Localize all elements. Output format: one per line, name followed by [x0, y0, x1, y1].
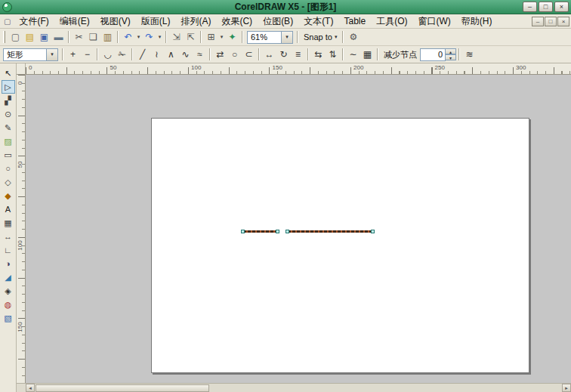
- spin-up-icon[interactable]: ▴: [446, 48, 456, 54]
- fill-tool[interactable]: ◍: [2, 298, 15, 311]
- menu-table[interactable]: Table: [338, 15, 371, 27]
- document-restore-button[interactable]: □: [545, 17, 557, 26]
- preset-combo[interactable]: 矩形▾: [3, 48, 58, 61]
- print-icon[interactable]: ▬: [52, 31, 65, 44]
- menu-text[interactable]: 文本(T): [298, 14, 338, 29]
- minimize-button[interactable]: –: [523, 2, 537, 12]
- ruler-corner[interactable]: [17, 63, 26, 75]
- cut-icon[interactable]: ✂: [73, 31, 85, 44]
- rotate-nodes-icon[interactable]: ↻: [277, 48, 290, 61]
- reverse-direction-icon[interactable]: ⇄: [214, 48, 227, 61]
- vertical-ruler[interactable]: 050100150: [17, 75, 26, 383]
- delete-node-icon[interactable]: −: [81, 48, 94, 61]
- menu-view[interactable]: 视图(V): [95, 14, 136, 29]
- freehand-tool[interactable]: ✎: [2, 121, 15, 134]
- zoom-level-combo[interactable]: 61%▾: [247, 31, 293, 44]
- smart-fill-tool[interactable]: ▨: [2, 134, 15, 148]
- cusp-node-icon[interactable]: ∧: [165, 48, 177, 61]
- menu-file[interactable]: 文件(F): [14, 14, 54, 29]
- crop-tool[interactable]: ▞: [2, 94, 15, 107]
- redo-button[interactable]: ↷▾: [142, 31, 163, 44]
- curve-object-2[interactable]: [286, 230, 374, 233]
- interactive-fill-tool[interactable]: ▧: [2, 311, 15, 325]
- scroll-right-icon[interactable]: ▸: [562, 384, 571, 392]
- pick-tool[interactable]: ↖: [2, 66, 15, 80]
- parallel-dimension-tool[interactable]: ↔: [2, 230, 15, 243]
- straight-line-connector-tool[interactable]: ∟: [2, 243, 15, 257]
- chevron-down-icon[interactable]: ▾: [135, 34, 142, 40]
- node-handle[interactable]: [276, 230, 279, 233]
- horizontal-ruler[interactable]: 050100150200250300: [26, 63, 571, 75]
- blend-tool[interactable]: ◑: [2, 257, 15, 270]
- polygon-tool[interactable]: ◇: [2, 175, 15, 189]
- curve-object-1[interactable]: [242, 230, 279, 233]
- snap-to-label: Snap to: [304, 32, 332, 42]
- scroll-left-icon[interactable]: ◂: [26, 384, 35, 392]
- chevron-down-icon[interactable]: ▾: [218, 34, 225, 40]
- reflect-nodes-horizontally-icon[interactable]: ⇆: [312, 48, 325, 61]
- spin-down-icon[interactable]: ▾: [446, 54, 456, 60]
- application-launcher-button[interactable]: ⊞▾: [204, 31, 225, 44]
- menu-tools[interactable]: 工具(O): [371, 14, 412, 29]
- toolbar-grip[interactable]: [3, 31, 5, 43]
- document-minimize-button[interactable]: –: [532, 17, 544, 26]
- undo-button[interactable]: ↶▾: [121, 31, 142, 44]
- stretch-nodes-icon[interactable]: ↔: [263, 48, 276, 61]
- save-icon[interactable]: ▣: [38, 31, 51, 44]
- join-nodes-icon[interactable]: ◡: [101, 48, 114, 61]
- scrollbar-thumb[interactable]: [35, 384, 209, 392]
- color-eyedropper-tool[interactable]: ◢: [2, 270, 15, 284]
- convert-to-line-icon[interactable]: ╱: [136, 48, 149, 61]
- menu-edit[interactable]: 编辑(E): [54, 14, 95, 29]
- menu-bitmaps[interactable]: 位图(B): [258, 14, 298, 29]
- copy-icon[interactable]: ❏: [87, 31, 100, 44]
- welcome-screen-icon[interactable]: ✦: [226, 31, 239, 44]
- restore-button[interactable]: □: [539, 2, 553, 12]
- shape-tool[interactable]: ▷: [2, 80, 15, 94]
- chevron-down-icon[interactable]: ▾: [282, 31, 293, 44]
- smooth-node-icon[interactable]: ∿: [179, 48, 192, 61]
- drawing-workspace[interactable]: [26, 75, 571, 383]
- close-curve-icon[interactable]: ○: [228, 48, 241, 61]
- break-curve-icon[interactable]: ✁: [116, 48, 128, 61]
- menu-layout[interactable]: 版面(L): [136, 14, 176, 29]
- symmetrical-node-icon[interactable]: ≈: [193, 48, 206, 61]
- rectangle-tool[interactable]: ▭: [2, 148, 15, 162]
- basic-shapes-tool[interactable]: ◆: [2, 189, 15, 202]
- text-tool[interactable]: A: [2, 202, 15, 216]
- v-ruler-label: 100: [17, 239, 24, 252]
- chevron-down-icon[interactable]: ▾: [156, 34, 163, 40]
- extract-subpath-icon[interactable]: ⊂: [242, 48, 255, 61]
- menu-effects[interactable]: 效果(C): [216, 14, 258, 29]
- elastic-mode-icon[interactable]: ∼: [347, 48, 360, 61]
- import-icon[interactable]: ⇲: [170, 31, 183, 44]
- node-handle[interactable]: [241, 230, 245, 233]
- document-close-button[interactable]: ×: [557, 17, 569, 26]
- curve-smoothness-icon[interactable]: ≋: [463, 48, 476, 61]
- table-tool[interactable]: ▦: [2, 216, 15, 230]
- reduce-nodes-input[interactable]: 0▴▾: [420, 48, 456, 61]
- reflect-nodes-vertically-icon[interactable]: ⇅: [326, 48, 339, 61]
- new-document-icon[interactable]: ▢: [9, 31, 22, 44]
- paste-icon[interactable]: ▥: [101, 31, 114, 44]
- node-handle[interactable]: [371, 230, 375, 233]
- node-handle[interactable]: [286, 230, 289, 233]
- open-icon[interactable]: ▤: [23, 31, 36, 44]
- select-all-nodes-icon[interactable]: ▦: [361, 48, 374, 61]
- outline-pen-tool[interactable]: ◈: [2, 284, 15, 298]
- ellipse-tool[interactable]: ○: [2, 162, 15, 175]
- align-nodes-icon[interactable]: ≡: [292, 48, 304, 61]
- horizontal-scrollbar[interactable]: ◂ ▸: [26, 383, 571, 392]
- menu-help[interactable]: 帮助(H): [456, 14, 498, 29]
- export-icon[interactable]: ⇱: [184, 31, 197, 44]
- chevron-down-icon[interactable]: ▾: [47, 48, 58, 61]
- page[interactable]: [151, 118, 529, 373]
- options-icon[interactable]: ⚙: [347, 31, 360, 44]
- menu-arrange[interactable]: 排列(A): [175, 14, 216, 29]
- zoom-tool[interactable]: ⊙: [2, 107, 15, 121]
- menu-window[interactable]: 窗口(W): [412, 14, 455, 29]
- snap-to-button[interactable]: Snap to▾: [301, 31, 340, 43]
- add-node-icon[interactable]: +: [66, 48, 79, 61]
- convert-to-curve-icon[interactable]: ≀: [150, 48, 163, 61]
- close-button[interactable]: ×: [554, 2, 569, 12]
